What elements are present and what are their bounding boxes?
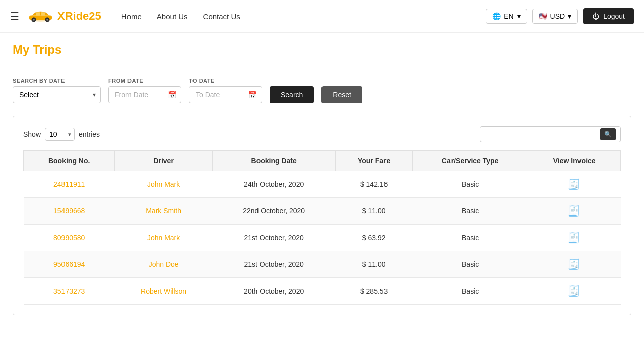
from-date-input[interactable] [108,86,181,103]
cell-booking-no: 24811911 [24,171,115,198]
logout-button[interactable]: ⏻ Logout [583,8,634,24]
entries-select[interactable]: 10 25 50 100 [45,128,75,141]
globe-icon: 🌐 [492,12,501,20]
header-actions: 🌐 EN ▾ 🇺🇸 USD ▾ ⏻ Logout [486,8,634,24]
cell-invoice: 🧾 [528,278,621,305]
currency-selector[interactable]: 🇺🇸 USD ▾ [532,9,578,24]
to-date-wrapper: 📅 [189,86,262,103]
cell-invoice: 🧾 [528,225,621,251]
col-fare: Your Fare [336,151,412,171]
col-driver: Driver [115,151,213,171]
lang-chevron-icon: ▾ [517,12,521,20]
to-date-label: TO DATE [189,78,262,84]
main-nav: Home About Us Contact Us [121,12,486,21]
to-date-input[interactable] [189,86,262,103]
hamburger-icon[interactable]: ☰ [10,10,19,22]
table-search-icon[interactable]: 🔍 [600,128,616,140]
divider [13,67,631,67]
search-by-date-group: SEARCH BY DATE Select ▾ [13,78,101,103]
table-header: Booking No. Driver Booking Date Your Far… [24,151,621,171]
invoice-icon[interactable]: 🧾 [568,205,581,217]
svg-point-5 [46,19,48,21]
cell-fare: $ 11.00 [336,251,412,278]
logout-label: Logout [603,12,625,20]
invoice-icon[interactable]: 🧾 [568,232,581,243]
cell-driver: Robert Willson [115,278,213,305]
cell-service-type: Basic [412,251,528,278]
from-date-group: FROM DATE 📅 [108,78,181,103]
show-entries: Show 10 25 50 100 ▾ entries [23,128,100,141]
search-button[interactable]: Search [270,86,314,103]
driver-link[interactable]: Robert Willson [141,287,186,295]
booking-link[interactable]: 35173273 [53,287,85,295]
cell-service-type: Basic [412,278,528,305]
nav-home[interactable]: Home [121,12,142,21]
language-selector[interactable]: 🌐 EN ▾ [486,9,527,24]
date-type-select[interactable]: Select [13,86,101,103]
cell-fare: $ 142.16 [336,171,412,198]
svg-rect-7 [41,12,45,15]
logo-car-icon [27,9,54,24]
invoice-icon[interactable]: 🧾 [568,259,581,270]
cell-driver: Mark Smith [115,198,213,225]
language-label: EN [504,12,513,20]
table-row: 80990580 John Mark 21st October, 2020 $ … [24,225,621,251]
nav-about[interactable]: About Us [157,12,188,21]
cell-fare: $ 63.92 [336,225,412,251]
table-row: 95066194 John Doe 21st October, 2020 $ 1… [24,251,621,278]
cell-booking-no: 35173273 [24,278,115,305]
cell-fare: $ 11.00 [336,198,412,225]
cell-booking-date: 21st October, 2020 [212,225,336,251]
table-search-wrapper: 🔍 [480,126,621,142]
cell-fare: $ 285.53 [336,278,412,305]
to-date-group: TO DATE 📅 [189,78,262,103]
cell-invoice: 🧾 [528,198,621,225]
cell-booking-no: 80990580 [24,225,115,251]
cell-booking-date: 24th October, 2020 [212,171,336,198]
table-row: 35173273 Robert Willson 20th October, 20… [24,278,621,305]
cell-invoice: 🧾 [528,251,621,278]
col-service-type: Car/Service Type [412,151,528,171]
logo-text: XRide25 [57,10,101,23]
nav-contact[interactable]: Contact Us [203,12,240,21]
table-row: 15499668 Mark Smith 22nd October, 2020 $… [24,198,621,225]
power-icon: ⏻ [592,12,599,20]
table-section: Show 10 25 50 100 ▾ entries 🔍 [13,116,631,315]
booking-link[interactable]: 80990580 [53,234,85,242]
col-booking-date: Booking Date [212,151,336,171]
table-search-input[interactable] [480,126,621,142]
currency-flag-icon: 🇺🇸 [539,12,547,20]
cell-booking-no: 95066194 [24,251,115,278]
invoice-icon[interactable]: 🧾 [568,179,581,190]
booking-link[interactable]: 24811911 [53,180,85,188]
booking-link[interactable]: 15499668 [53,207,85,215]
col-booking-no: Booking No. [24,151,115,171]
cell-driver: John Mark [115,225,213,251]
driver-link[interactable]: John Mark [147,180,180,188]
cell-service-type: Basic [412,225,528,251]
col-invoice: View Invoice [528,151,621,171]
booking-link[interactable]: 95066194 [53,260,85,268]
main-content: My Trips SEARCH BY DATE Select ▾ FROM DA… [0,33,644,325]
show-label: Show [23,130,41,138]
cell-booking-no: 15499668 [24,198,115,225]
table-row: 24811911 John Mark 24th October, 2020 $ … [24,171,621,198]
select-wrapper: Select ▾ [13,86,101,103]
trips-table: Booking No. Driver Booking Date Your Far… [23,150,621,305]
search-by-date-label: SEARCH BY DATE [13,78,101,84]
entries-label: entries [79,130,100,138]
reset-button[interactable]: Reset [321,86,362,103]
cell-driver: John Doe [115,251,213,278]
from-date-label: FROM DATE [108,78,181,84]
currency-chevron-icon: ▾ [568,12,571,20]
cell-booking-date: 22nd October, 2020 [212,198,336,225]
cell-invoice: 🧾 [528,171,621,198]
logo: XRide25 [27,9,101,24]
driver-link[interactable]: John Mark [147,234,180,242]
driver-link[interactable]: John Doe [149,260,179,268]
table-controls: Show 10 25 50 100 ▾ entries 🔍 [23,126,621,142]
table-body: 24811911 John Mark 24th October, 2020 $ … [24,171,621,305]
invoice-icon[interactable]: 🧾 [568,285,581,297]
driver-link[interactable]: Mark Smith [146,207,181,215]
svg-point-3 [33,19,35,21]
